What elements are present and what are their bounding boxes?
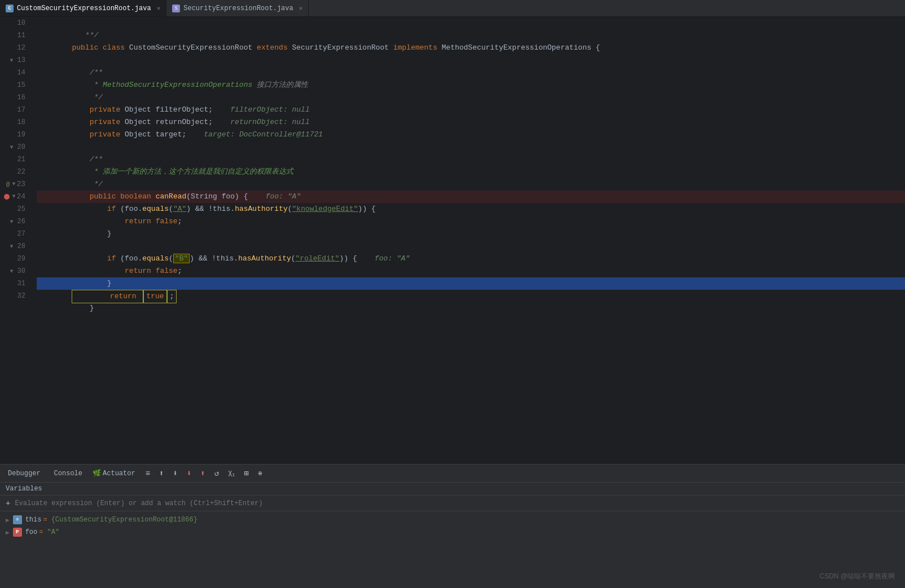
ln-16: 16	[0, 91, 25, 104]
ln-23: 23	[16, 178, 25, 191]
breakpoint-24[interactable]	[4, 194, 10, 200]
ln-20: ▼ 20	[0, 141, 25, 153]
fold-13[interactable]: ▼	[10, 55, 13, 67]
ln-32: 32	[0, 290, 25, 302]
evaluate-bar: +	[0, 496, 905, 511]
toolbar-download-icon[interactable]: ⬇	[172, 467, 178, 479]
code-lines: **/ public class CustomSecurityExpressio…	[31, 17, 905, 464]
expand-foo[interactable]: ▶	[6, 529, 10, 536]
add-watch-button[interactable]: +	[6, 499, 10, 508]
this-icon: ≡	[13, 515, 22, 524]
code-line-21: * 添加一个新的方法，这个方法就是我们自定义的权限表达式	[37, 153, 905, 166]
code-line-16: private Object filterObject; filterObjec…	[37, 91, 905, 104]
evaluate-input[interactable]	[15, 499, 899, 507]
var-row-foo[interactable]: ▶ P foo = "A"	[0, 526, 905, 538]
ln-31: 31	[0, 277, 25, 290]
editor-area: 10 11 12 ▼ 13 14 15 16 17 18 19 ▼ 20 21 …	[0, 17, 905, 464]
fold-23[interactable]: ▼	[12, 178, 15, 191]
ln-25: 25	[0, 203, 25, 215]
var-row-this[interactable]: ▶ ≡ this = {CustomSecurityExpressionRoot…	[0, 514, 905, 526]
variables-list: ▶ ≡ this = {CustomSecurityExpressionRoot…	[0, 511, 905, 588]
tab-security-label: SecurityExpressionRoot.java	[183, 5, 293, 12]
ln-14: 14	[0, 67, 25, 79]
debug-toolbar: Debugger Console 🌿 Actuator ≡ ⬆ ⬇ ⬇ ⬆ ↺ …	[0, 465, 905, 483]
ln-13: ▼ 13	[0, 54, 25, 67]
ln-15: 15	[0, 79, 25, 91]
tab-custom-close[interactable]: ✕	[157, 5, 161, 12]
var-name-this: this	[25, 516, 42, 524]
toolbar-run-to-cursor-icon[interactable]: ↺	[213, 467, 220, 479]
tab-actuator[interactable]: 🌿 Actuator	[93, 469, 135, 478]
ln-12: 12	[0, 42, 25, 54]
code-line-28: if (foo.equals("B") && !this.hasAuthorit…	[37, 240, 905, 253]
fold-24[interactable]: ▼	[12, 191, 15, 203]
fold-30[interactable]: ▼	[10, 266, 13, 278]
tab-security-close[interactable]: ✕	[299, 5, 303, 12]
code-line-11: public class CustomSecurityExpressionRoo…	[37, 29, 905, 42]
tab-security-icon: S	[172, 5, 180, 12]
code-line-27	[37, 228, 905, 240]
tab-console[interactable]: Console	[51, 467, 86, 480]
fold-20[interactable]: ▼	[10, 142, 13, 154]
toolbar-list-icon[interactable]: ≡	[144, 468, 151, 479]
toolbar-table-icon[interactable]: ⊞	[243, 467, 249, 479]
ln-30: ▼ 30	[0, 265, 25, 277]
ln-24: 24	[16, 191, 25, 203]
ln-18: 18	[0, 116, 25, 129]
watch-marker-23: @	[6, 178, 10, 191]
ln-26: ▼ 26	[0, 215, 25, 228]
var-name-foo: foo	[25, 528, 38, 536]
code-line-23: public boolean canRead(String foo) { foo…	[37, 178, 905, 191]
expand-this[interactable]: ▶	[6, 516, 10, 524]
tab-custom-icon: C	[6, 5, 14, 12]
toolbar-step-over-icon[interactable]: ⬇	[186, 467, 192, 479]
watermark: CSDN @哒哒不要熬夜啊	[819, 572, 895, 581]
code-line-10: **/	[37, 17, 905, 29]
tab-bar: C CustomSecurityExpressionRoot.java ✕ S …	[0, 0, 905, 17]
toolbar-eval-icon[interactable]: χI	[227, 468, 236, 479]
toolbar-step-into-icon[interactable]: ⬆	[199, 467, 206, 479]
tab-debugger[interactable]: Debugger	[5, 467, 44, 480]
code-line-31: return true;	[37, 277, 905, 290]
code-line-14: * MethodSecurityExpressionOperations 接口方…	[37, 67, 905, 79]
debug-panel: Debugger Console 🌿 Actuator ≡ ⬆ ⬇ ⬇ ⬆ ↺ …	[0, 464, 905, 588]
tab-custom[interactable]: C CustomSecurityExpressionRoot.java ✕	[0, 0, 166, 16]
ln-21: 21	[0, 153, 25, 166]
variables-header: Variables	[0, 483, 905, 496]
ln-28: ▼ 28	[0, 240, 25, 253]
tab-custom-label: CustomSecurityExpressionRoot.java	[17, 5, 151, 12]
var-value-this: {CustomSecurityExpressionRoot@11866}	[51, 516, 197, 524]
code-line-20: /**	[37, 141, 905, 153]
ln-17: 17	[0, 104, 25, 116]
line-numbers: 10 11 12 ▼ 13 14 15 16 17 18 19 ▼ 20 21 …	[0, 17, 31, 464]
ln-19: 19	[0, 129, 25, 141]
ln-23-cell: @ ▼ 23	[0, 178, 25, 191]
ln-22: 22	[0, 166, 25, 178]
code-line-13: /**	[37, 54, 905, 67]
toolbar-resume-icon[interactable]: ⬆	[158, 467, 165, 479]
ln-11: 11	[0, 29, 25, 42]
ln-10: 10	[0, 17, 25, 29]
toolbar-columns-icon[interactable]: ⧺	[257, 467, 263, 479]
tab-security[interactable]: S SecurityExpressionRoot.java ✕	[166, 0, 309, 16]
highlight-B: "B"	[173, 254, 190, 263]
var-value-foo: "A"	[47, 528, 59, 536]
fold-26[interactable]: ▼	[10, 216, 13, 228]
ln-27: 27	[0, 228, 25, 240]
foo-icon: P	[13, 528, 22, 537]
fold-28[interactable]: ▼	[10, 241, 13, 253]
ln-24-cell: ▼ 24	[0, 191, 25, 203]
ln-29: 29	[0, 253, 25, 265]
